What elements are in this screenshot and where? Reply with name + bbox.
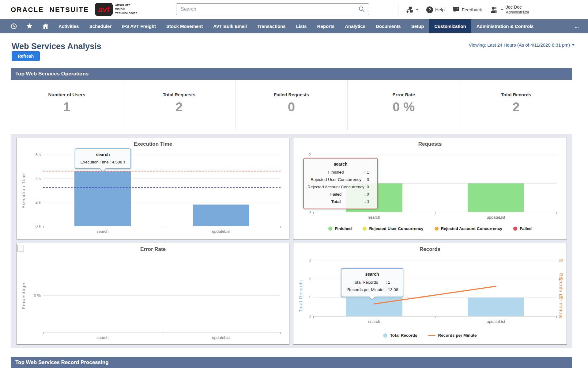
feedback-button[interactable]: Feedback <box>453 6 482 13</box>
gridline <box>313 155 557 155</box>
legend-dot <box>435 227 439 231</box>
nav-item-customization[interactable]: Customization <box>429 19 471 33</box>
recent-records-button[interactable] <box>6 19 21 33</box>
legend-item-failed[interactable]: Failed <box>513 226 532 231</box>
shortcuts-button[interactable] <box>21 19 37 33</box>
search-icon[interactable] <box>358 6 365 13</box>
nav-item-stock-movement[interactable]: Stock Movement <box>161 19 208 33</box>
y-tick: 4 s <box>26 176 41 181</box>
kpi-value: 2 <box>460 100 572 114</box>
y-tick: 6 s <box>26 152 41 157</box>
nav-item-documents[interactable]: Documents <box>371 19 406 33</box>
y-tick-left: 1 <box>300 295 311 300</box>
records-legend: Total Records Records per Minute <box>293 333 567 338</box>
nav-item-avt-bulk-email[interactable]: AVT Bulk Email <box>208 19 252 33</box>
tooltip-row: Total Records 1 <box>345 279 399 286</box>
legend-label: Rejected Account Concurrency <box>441 226 503 231</box>
nav-item-activities[interactable]: Activities <box>53 19 84 33</box>
x-label-updatelist: updateList <box>212 229 230 234</box>
top-header: ORACLE NETSUITE avt ABSOLUTE VISION TECH… <box>0 0 588 19</box>
nav-item-ifs-avt-freight[interactable]: IFS AVT Freight <box>117 19 161 33</box>
legend-dot <box>513 227 517 231</box>
y-tick: 0 % <box>26 293 41 298</box>
nav-item-reports[interactable]: Reports <box>312 19 340 33</box>
y-tick-left: 3 <box>300 258 311 263</box>
tooltip-title: search <box>79 152 127 157</box>
help-button[interactable]: ? Help <box>426 6 445 13</box>
user-menu-button[interactable]: Joe Doe Administrator <box>490 5 530 15</box>
legend-item-finished[interactable]: Finished <box>328 226 352 231</box>
kpi-value: 2 <box>123 100 235 114</box>
search-input[interactable] <box>180 6 358 12</box>
x-label-updatelist: updateList <box>487 215 505 220</box>
x-axis-tick <box>162 332 162 334</box>
x-axis-tick <box>556 212 557 214</box>
user-name: Joe Doe <box>506 5 530 10</box>
legend-label: Total Records <box>390 333 417 338</box>
execution-time-panel: Execution Time Execution Time 6 s 4 s 2 … <box>17 138 289 240</box>
bar-search[interactable] <box>74 171 131 226</box>
home-icon <box>42 22 49 30</box>
legend-item-rejected-account-concurrency[interactable]: Rejected Account Concurrency <box>435 226 503 231</box>
gridline <box>43 295 281 296</box>
records-panel: Records Total Records Records per minute… <box>293 243 567 345</box>
header-divider <box>398 3 398 17</box>
main-navbar: Activities Scheduler IFS AVT Freight Sto… <box>0 19 588 33</box>
y-axis-label: Execution Time <box>21 173 26 209</box>
home-button[interactable] <box>37 19 53 33</box>
nav-item-lists[interactable]: Lists <box>291 19 312 33</box>
legend-dot <box>383 333 387 338</box>
kpi-value: 0 % <box>348 100 460 114</box>
roles-menu-button[interactable] <box>406 6 418 14</box>
bar-updatelist[interactable] <box>193 205 249 226</box>
legend-item-total-records[interactable]: Total Records <box>383 333 417 338</box>
kpi-row: Number of Users 1 Total Requests 2 Faile… <box>11 80 572 130</box>
nav-item-administration-controls[interactable]: Administration & Controls <box>471 19 539 33</box>
y-tick-right: 40 <box>559 277 568 281</box>
tooltip-row-total: Total 1 <box>307 198 374 205</box>
avt-line-3: TECHNOLOGIES <box>115 11 138 15</box>
avt-line-1: ABSOLUTE <box>115 3 138 7</box>
page-title: Web Services Analysis <box>12 42 101 51</box>
section-header-operations: Top Web Services Operations <box>11 68 572 80</box>
requests-legend: Finished Rejected User Concurrency Rejec… <box>293 226 567 231</box>
kpi-value: 1 <box>11 100 123 114</box>
nav-item-transactions[interactable]: Transactions <box>252 19 291 33</box>
nav-item-setup[interactable]: Setup <box>406 19 429 33</box>
kpi-total-requests: Total Requests 2 <box>123 80 235 130</box>
charts-grid: Execution Time Execution Time 6 s 4 s 2 … <box>11 134 572 348</box>
netsuite-page: ORACLE NETSUITE avt ABSOLUTE VISION TECH… <box>0 0 588 368</box>
legend-item-rejected-user-concurrency[interactable]: Rejected User Concurrency <box>363 226 423 231</box>
nav-item-scheduler[interactable]: Scheduler <box>84 19 117 33</box>
x-axis-tick <box>43 226 43 228</box>
chevron-down-icon <box>416 9 418 10</box>
x-axis-tick <box>43 332 43 334</box>
x-label-updatelist: updateList <box>487 319 505 324</box>
tooltip-row: Execution Time 4.588 s <box>79 159 127 165</box>
x-label-search: search <box>368 319 380 324</box>
bar-updatelist[interactable] <box>468 183 524 212</box>
legend-item-records-per-minute[interactable]: Records per Minute <box>428 333 477 338</box>
history-clock-icon <box>10 22 17 30</box>
x-label-search: search <box>368 215 380 220</box>
brand-oracle: ORACLE <box>11 6 44 13</box>
y-tick: 0 s <box>26 224 41 228</box>
feedback-label: Feedback <box>462 7 482 12</box>
tooltip-row: Rejected Account Concurrency 0 <box>307 183 374 191</box>
y-tick-right: 20 <box>559 295 568 300</box>
kpi-value: 0 <box>236 100 348 114</box>
legend-dot <box>328 227 332 231</box>
kpi-label: Failed Requests <box>236 92 348 97</box>
refresh-button[interactable]: Refresh <box>12 51 40 61</box>
nav-item-analytics[interactable]: Analytics <box>340 19 371 33</box>
chart-title: Execution Time <box>17 141 289 147</box>
x-axis-tick <box>280 332 281 334</box>
tooltip-row: Rejected User Concurrency 0 <box>307 176 374 183</box>
x-label-search: search <box>96 335 108 340</box>
viewing-range-selector[interactable]: Viewing: Last 24 Hours (As of 4/11/2020 … <box>469 42 575 48</box>
chevron-down-icon <box>572 44 575 46</box>
requests-panel: Requests Requests 2 1 0 search updateLis… <box>293 138 567 240</box>
nav-overflow-button[interactable]: ... <box>566 19 588 33</box>
star-icon <box>26 22 33 30</box>
kpi-label: Error Rate <box>348 92 460 97</box>
